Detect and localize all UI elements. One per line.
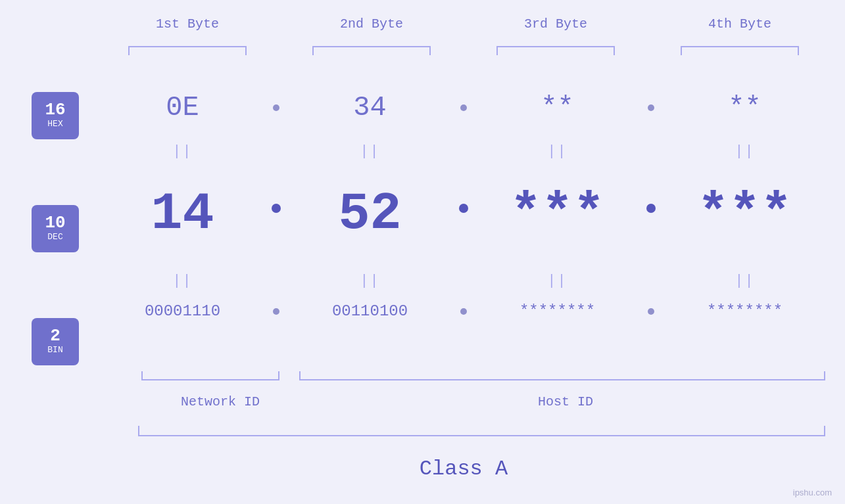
bracket-col-3 (464, 46, 648, 55)
dec-row: 14 52 *** *** (95, 184, 832, 244)
eq-2-1: || (95, 273, 270, 289)
dec-val-4: *** (697, 184, 792, 244)
bin-dot-2 (457, 308, 470, 315)
badge-bin-number: 2 (50, 327, 60, 344)
eq-1-4: || (658, 143, 832, 160)
header-byte3: 3rd Byte (524, 16, 587, 32)
bin-values-row: 00001110 00110100 ******** ** (95, 302, 832, 320)
dec-val-4-col: *** (658, 184, 832, 244)
dec-dot-1 (270, 204, 283, 225)
header-byte3-col: 3rd Byte (464, 16, 648, 32)
bin-val-1: 00001110 (145, 302, 220, 320)
header-byte2-col: 2nd Byte (279, 16, 464, 32)
bin-val-4: ******** (707, 302, 783, 320)
hex-dot-1 (270, 104, 283, 111)
watermark: ipshu.com (793, 488, 832, 497)
bin-val-3: ******** (519, 302, 595, 320)
dec-val-3-col: *** (470, 184, 644, 244)
eq-2-4: || (658, 273, 832, 289)
bin-val-4-col: ******** (658, 302, 832, 320)
badge-dec-number: 10 (45, 214, 65, 231)
hex-val-3: ** (541, 92, 573, 124)
badge-column: 16 HEX 10 DEC 2 BIN (32, 92, 79, 365)
dec-val-1-col: 14 (95, 184, 270, 244)
eq-2-2: || (283, 273, 457, 289)
main-container: 16 HEX 10 DEC 2 BIN 1st Byte 2nd Byte 3r… (0, 0, 845, 504)
header-byte1: 1st Byte (156, 16, 219, 32)
hex-val-2-col: 34 (283, 92, 457, 124)
hex-val-1: 0E (166, 92, 199, 124)
dec-val-3: *** (510, 184, 604, 244)
header-byte4: 4th Byte (708, 16, 771, 32)
bracket-col-4 (648, 46, 832, 55)
hex-val-4-col: ** (658, 92, 832, 124)
bracket-4 (681, 46, 799, 55)
badge-dec: 10 DEC (32, 205, 79, 252)
dec-val-2: 52 (338, 184, 401, 244)
label-row: Network ID Host ID (95, 394, 832, 409)
bin-dot-3 (644, 308, 658, 315)
class-bracket (138, 426, 825, 436)
host-id-label: Host ID (299, 394, 832, 409)
class-label: Class A (95, 457, 832, 481)
bytes-area: 1st Byte 2nd Byte 3rd Byte 4th Byte (95, 0, 832, 504)
bin-val-3-col: ******** (470, 302, 644, 320)
badge-bin-label: BIN (47, 344, 62, 356)
bottom-bracket-row (95, 371, 832, 380)
badge-hex-number: 16 (45, 101, 65, 118)
host-bracket (299, 371, 825, 380)
bracket-1 (128, 46, 247, 55)
bin-row: 00001110 00110100 ******** ** (95, 302, 832, 320)
bracket-3 (496, 46, 615, 55)
hex-values-row: 0E 34 ** ** (95, 92, 832, 124)
dec-values-row: 14 52 *** *** (95, 184, 832, 244)
header-byte4-col: 4th Byte (648, 16, 832, 32)
badge-dec-label: DEC (47, 231, 62, 243)
badge-bin: 2 BIN (32, 318, 79, 365)
bin-dot-1 (270, 308, 283, 315)
bin-val-1-col: 00001110 (95, 302, 270, 320)
header-byte1-col: 1st Byte (95, 16, 279, 32)
network-id-label: Network ID (161, 394, 279, 409)
eq-1-3: || (470, 143, 644, 160)
dec-dot-2 (457, 204, 470, 225)
bracket-2 (312, 46, 431, 55)
hex-dot-3 (644, 104, 658, 111)
dec-val-1: 14 (151, 184, 214, 244)
network-bracket (141, 371, 279, 380)
eq-1-1: || (95, 143, 270, 160)
equals-row-2: || || || || (95, 273, 832, 289)
hex-val-1-col: 0E (95, 92, 270, 124)
header-row: 1st Byte 2nd Byte 3rd Byte 4th Byte (95, 16, 832, 32)
eq-1-2: || (283, 143, 457, 160)
badge-hex: 16 HEX (32, 92, 79, 139)
hex-val-4: ** (728, 92, 761, 124)
dec-val-2-col: 52 (283, 184, 457, 244)
bin-val-2-col: 00110100 (283, 302, 457, 320)
hex-dot-2 (457, 104, 470, 111)
bracket-col-2 (279, 46, 464, 55)
hex-val-3-col: ** (470, 92, 644, 124)
top-bracket-row (95, 46, 832, 55)
hex-row: 0E 34 ** ** (95, 92, 832, 124)
bin-val-2: 00110100 (332, 302, 408, 320)
dec-dot-3 (644, 204, 658, 225)
eq-2-3: || (470, 273, 644, 289)
bracket-col-1 (95, 46, 279, 55)
equals-row-1: || || || || (95, 143, 832, 160)
header-byte2: 2nd Byte (340, 16, 403, 32)
hex-val-2: 34 (353, 92, 386, 124)
badge-hex-label: HEX (47, 118, 62, 130)
